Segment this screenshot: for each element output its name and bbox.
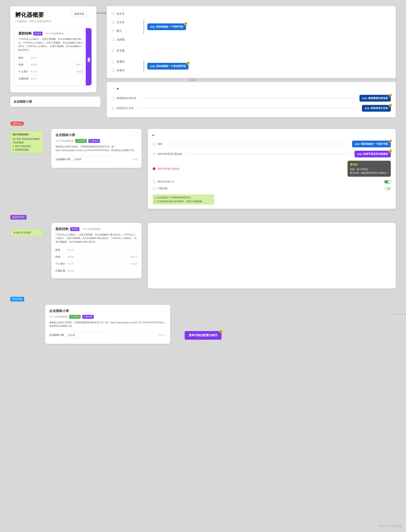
warning-box: 警告框 标题：放入回收站 显示内容：确定将此字段放入回收站？ (348, 161, 391, 177)
enterprise-mid-field-option: 单选 (133, 158, 138, 161)
compound-tag-multi: 多条组 (70, 227, 80, 231)
field-option-gender: 单选 ⓘ (76, 63, 83, 66)
pop-btn-add-independent[interactable]: pop_添加或修改一个独立字段 (352, 141, 391, 147)
tag-manage-mid: 注册管理 (88, 139, 100, 143)
field-card-title: 股权结构 (18, 31, 32, 36)
pop-btn-transfer[interactable]: pop_转移至某它目录 (362, 105, 391, 112)
warning-item-1: 1. 点击切换这个字段两种摆放的有无； (154, 196, 212, 199)
simple-field-label: 企业国标小类 (49, 333, 64, 337)
flow-transfer: 转移至其它目录 pop_转移至某它目录 5 (112, 103, 391, 113)
right-column: 短文本 长文本 图片 (107, 6, 396, 117)
field-card-more[interactable]: ··· (80, 32, 83, 36)
pop-btn-modify-header[interactable]: pop_修改数据头部信息 (359, 95, 391, 102)
compound-section: 复合型字段 "多条组"或"普通组" 股权结构 多条组 31个主体的数据源 (0, 211, 406, 293)
compound-field-name: 姓名 短文本 (55, 246, 138, 253)
tag-count: 31个主体的数据源 (45, 32, 64, 35)
simple-card-wrapper: 企业国标小类 ··· 31个主体的数据源 入口管理 注册管理 请根据企业的产业类… (45, 305, 170, 344)
enterprise-mid-more[interactable]: ··· (134, 133, 138, 137)
warning-label: 标题：放入回收站 (350, 168, 388, 171)
pop-btn-transfer-body[interactable]: pop_转移字段至其它数据体 (355, 151, 391, 157)
type-short-text: 短文本 (112, 10, 140, 17)
simple-field-option: 单选 ⓘ (159, 334, 166, 337)
annotation-item-2: 1. 独立字段的描述； (13, 145, 41, 148)
simple-badge: 简单字段 (10, 297, 24, 301)
top-area: 孵化器概要 7个数据源，1341个采集到的样本 添加字段 ··· 股权结构 多条… (0, 0, 406, 119)
type-long-text: 长文本 (112, 19, 140, 26)
simple-tag-manage: 注册管理 (82, 315, 94, 319)
tag-multi: 多条组 (33, 32, 43, 36)
middle-section: General 独立字段的名称： 这个独立字段收集到的数据主体的数量； 1. 独… (0, 119, 406, 211)
type-choice: 选择题 (112, 36, 140, 43)
pop-btn-simple[interactable]: pop_添加或修改一个简单字段 (147, 23, 186, 30)
middle-content: 独立字段的名称： 这个独立字段收集到的数据主体的数量； 1. 独立字段的描述； … (10, 129, 396, 209)
vertical-strip: 独立字段 (86, 28, 92, 85)
simple-more[interactable]: ··· (162, 309, 166, 313)
simple-card-title: 企业国标小类 (49, 309, 69, 313)
compound-more[interactable]: ··· (134, 227, 138, 231)
field-label-bio: 个人简介 (18, 70, 29, 73)
enterprise-mid-field-input[interactable] (72, 156, 113, 162)
action-transfer-body: 转移字段至其它数据体 (158, 152, 182, 156)
field-row-name: 姓名 短文本 (18, 54, 83, 61)
general-badge: General (10, 122, 24, 126)
enterprise-more-top[interactable]: ··· (93, 100, 97, 104)
yellow-badge-simple: 5 (219, 330, 223, 333)
field-label-name: 姓名 (18, 56, 29, 59)
compound-tag-count: 31个主体的数据源 (82, 228, 101, 231)
compound-content: "多条组"或"普通组" 股权结构 多条组 31个主体的数据源 ··· 只写5%以… (10, 223, 396, 289)
toggle-required[interactable] (384, 187, 391, 190)
flow-item-recycle: 将此字段放入回收站 警告框 标题：放入回收站 显示内容：确定将此字段放入回收站？ (153, 159, 391, 178)
action-recycle: 将此字段放入回收站 (158, 167, 180, 171)
compound-annotation-text: "多条组"或"普通组" (13, 231, 41, 235)
vertical-label: 独立字段 (87, 55, 90, 58)
actions-more[interactable]: ··· (112, 87, 116, 90)
type-multi-group: 多条组 (112, 67, 140, 74)
page-wrapper: 孵化器概要 7个数据源，1341个采集到的样本 添加字段 ··· 股权结构 多条… (0, 0, 406, 532)
incubator-more-btn[interactable]: ··· (89, 12, 92, 16)
yellow-badge-4: 5 (389, 104, 392, 107)
compound-annotation: "多条组"或"普通组" (10, 223, 45, 289)
field-type-node: 短文本 长文本 图片 (107, 6, 396, 78)
pop-btn-compound[interactable]: pop_添加或修改一个复合型字段 (147, 63, 188, 70)
flow-panel-mid: ▸ 修改 pop_添加或修改一个独立字段 5 (148, 129, 396, 209)
add-field-button[interactable]: 添加字段 (72, 11, 87, 17)
warning-title: 警告框 (350, 163, 388, 167)
annotation-title: 独立字段的名称： (13, 133, 41, 137)
toggle-show-portal[interactable] (384, 180, 391, 183)
field-card-equity: 股权结构 多条组 31个主体的数据源 ··· 只写5%以上占股的人，但是不要漏哦… (15, 28, 92, 85)
field-row-share: 占股比例 短文本 (18, 75, 83, 82)
actions-node: ··· ▸ 修改数据头部信息 pop_修改数据头部信息 5 转移至其它目录 (107, 82, 396, 117)
field-type-bio: 长文本 (30, 70, 37, 73)
incubator-title: 孵化器概要 (15, 11, 51, 19)
action-transfer: 转移至其它目录 (116, 107, 134, 110)
enterprise-title-top: 企业国标小类 (14, 100, 32, 104)
left-annotation: 独立字段的名称： 这个独立字段收集到的数据主体的数量； 1. 独立字段的描述； … (10, 129, 45, 209)
flow-modify-header: 修改数据头部信息 pop_修改数据头部信息 5 (112, 93, 391, 103)
compound-right-box (148, 223, 396, 289)
simple-tag-entry: 入口管理 (69, 315, 81, 319)
simple-card-count: 31个主体的数据源 (49, 315, 67, 318)
field-label-gender: 性别 (18, 63, 29, 66)
enterprise-mid-field-label: 企业国标小类 (55, 158, 70, 161)
pop-btn-simple-config[interactable]: 简单字段的配置与展示 (185, 331, 222, 340)
compound-field-bio: 个人简介 长文本 单段落 (55, 260, 138, 267)
flow-item-show-portal: 展示在管体入口 (153, 178, 391, 185)
compound-card-title: 股权结构 (55, 227, 69, 231)
incubator-card: 孵化器概要 7个数据源，1341个采集到的样本 添加字段 ··· 股权结构 多条… (10, 6, 96, 92)
compound-card: 股权结构 多条组 31个主体的数据源 ··· 只写5%以上占股的人，但是不要漏哦… (51, 223, 142, 289)
incubator-subtitle: 7个数据源，1341个采集到的样本 (15, 20, 51, 23)
yellow-badge-3: 5 (389, 94, 392, 97)
yellow-badge-5: 5 (389, 139, 392, 143)
action-modify-header: 修改数据头部信息 (116, 96, 136, 100)
field-desc: 只写5%以上占股的人，但是不要漏哦。百分比精确到小数点第2位。只写5%以上占股的… (18, 37, 83, 52)
compound-field-gender: 性别 选择题 单选 ⓘ (55, 253, 138, 260)
flow-item-required: 注册必填 (153, 185, 391, 192)
simple-field-input[interactable] (66, 332, 107, 338)
yellow-badge-6: 5 (389, 149, 392, 153)
flow-item-transfer-body: 转移字段至其它数据体 pop_转移字段至其它数据体 5 (153, 149, 391, 159)
action-required: 注册必填 (158, 187, 167, 190)
simple-section: 简单字段 企业国标小类 ··· 31个主体的数据源 入口管理 注册管理 请根据企… (0, 293, 406, 348)
tag-entry-mid: 入口管理 (75, 139, 87, 143)
field-type-gender: 选择题 (30, 63, 37, 66)
field-row-bio: 个人简介 长文本 单段落 (18, 68, 83, 75)
